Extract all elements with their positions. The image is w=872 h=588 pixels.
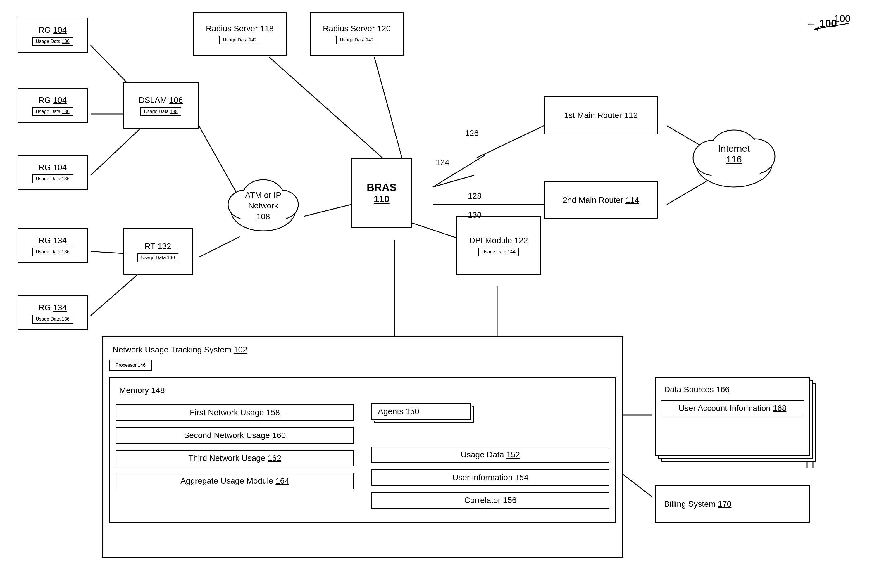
bras: BRAS 110 [351, 158, 412, 228]
rg134-1: RG 134 Usage Data 136 [18, 228, 88, 263]
radius2-title: Radius Server 120 [320, 23, 393, 34]
user-account-info: User Account Information 168 [661, 400, 804, 417]
radius1: Radius Server 118 Usage Data 142 [193, 12, 287, 56]
svg-line-4 [91, 275, 137, 316]
svg-line-12 [477, 126, 544, 158]
svg-line-10 [433, 176, 474, 187]
radius1-title: Radius Server 118 [203, 23, 276, 34]
label-124: 124 [436, 158, 450, 167]
rg104-2: RG 104 Usage Data 136 [18, 88, 88, 123]
bras-title: BRAS [367, 182, 397, 194]
router1: 1st Main Router 112 [544, 96, 658, 134]
svg-line-17 [409, 222, 462, 240]
diagram: ← 100 RG 104 Usage Data 136 RG 104 Usage… [0, 0, 872, 588]
atm-label: ATM or IPNetwork108 [222, 190, 304, 222]
dpi-title: DPI Module 122 [467, 235, 531, 246]
data-sources-title: Data Sources 166 [661, 382, 733, 397]
internet: Internet116 [687, 111, 781, 199]
data-sources-main: Data Sources 166 User Account Informatio… [655, 377, 810, 456]
rg134-1-title: RG 134 [36, 235, 69, 246]
label-128: 128 [468, 191, 482, 201]
rg104-1-sub-text: Usage Data 136 [36, 39, 69, 44]
memory-section: Memory 148 First Network Usage 158 Secon… [109, 377, 616, 523]
rg104-1-title: RG 104 [36, 24, 69, 36]
ref-arrow-svg: 100 [796, 12, 854, 35]
processor-box: Processor 146 [109, 360, 152, 371]
radius1-sub: Usage Data 142 [220, 36, 260, 44]
billing-title: Billing System 170 [661, 497, 735, 511]
svg-line-6 [199, 237, 240, 257]
third-network-usage: Third Network Usage 162 [116, 450, 354, 466]
rg104-3-title: RG 104 [36, 162, 69, 173]
memory-title: Memory 148 [116, 383, 609, 398]
radius2: Radius Server 120 Usage Data 142 [310, 12, 403, 56]
rg104-2-sub: Usage Data 136 [32, 107, 73, 116]
rg134-1-sub: Usage Data 136 [32, 248, 73, 256]
label-130: 130 [468, 210, 482, 220]
billing-system: Billing System 170 [655, 485, 810, 523]
router2-title: 2nd Main Router 114 [560, 194, 642, 206]
rt132-title: RT 132 [143, 240, 174, 252]
svg-line-9 [374, 57, 403, 164]
memory-right-col: Agents 150 Agents 150 Agents 150 Usage D… [371, 403, 609, 508]
second-network-usage: Second Network Usage 160 [116, 427, 354, 444]
user-information: User information 154 [371, 470, 609, 486]
rg104-1-sub: Usage Data 136 [32, 37, 73, 46]
router1-title: 1st Main Router 112 [562, 110, 640, 121]
svg-text:100: 100 [834, 13, 851, 24]
dpi-sub: Usage Data 144 [478, 248, 519, 256]
usage-data-152: Usage Data 152 [371, 447, 609, 463]
rg104-3-sub: Usage Data 136 [32, 174, 73, 183]
bras-ref: 110 [374, 194, 389, 205]
data-sources-stack: Data Sources 166 User Account Informatio… [655, 377, 810, 456]
svg-line-7 [304, 205, 351, 216]
nuts-title: Network Usage Tracking System 102 [109, 343, 616, 357]
aggregate-usage-module: Aggregate Usage Module 164 [116, 473, 354, 489]
atm-network: ATM or IPNetwork108 [222, 164, 304, 240]
svg-line-8 [269, 57, 389, 164]
rg104-3: RG 104 Usage Data 136 [18, 155, 88, 190]
memory-left-col: First Network Usage 158 Second Network U… [116, 403, 354, 508]
rg134-2-title: RG 134 [36, 302, 69, 314]
correlator: Correlator 156 [371, 492, 609, 508]
rt132: RT 132 Usage Data 140 [123, 228, 193, 275]
dpi-module: DPI Module 122 Usage Data 144 [456, 216, 541, 275]
rt132-sub: Usage Data 140 [137, 254, 178, 262]
rg104-1: RG 104 Usage Data 136 [18, 18, 88, 52]
rg134-2: RG 134 Usage Data 136 [18, 295, 88, 330]
nuts-container: Network Usage Tracking System 102 Proces… [102, 336, 623, 558]
router2: 2nd Main Router 114 [544, 181, 658, 219]
agents-stack: Agents 150 Agents 150 Agents 150 [371, 403, 609, 432]
dslam-sub: Usage Data 138 [140, 107, 181, 116]
dslam-title: DSLAM 106 [137, 94, 185, 106]
rg104-2-title: RG 104 [36, 94, 69, 106]
svg-line-2 [91, 126, 143, 176]
internet-label: Internet116 [687, 143, 781, 165]
rg134-2-sub: Usage Data 136 [32, 315, 73, 324]
radius2-sub: Usage Data 142 [336, 36, 377, 44]
dslam: DSLAM 106 Usage Data 138 [123, 82, 199, 129]
label-126: 126 [465, 129, 479, 138]
first-network-usage: First Network Usage 158 [116, 405, 354, 421]
